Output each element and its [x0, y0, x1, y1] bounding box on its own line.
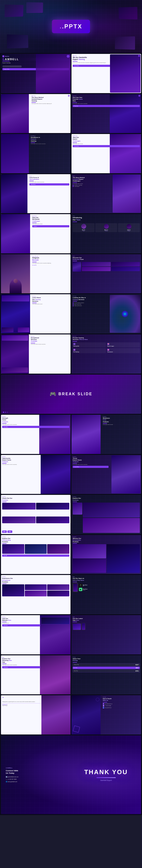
slide-exceptional[interactable]: Services ExceptionalServicesAvailable Lo… [1, 334, 70, 374]
team-card-1: Alex R. Leader [73, 223, 94, 232]
s15-title: ExceptionalServicesAvailable [31, 337, 69, 342]
price-1-label: Starter Plan [74, 664, 79, 665]
break-text: BREAK SLIDE [58, 392, 92, 396]
s18-tag: Analysis [2, 416, 69, 417]
slide-learn[interactable]: Services Learn AboutOur GamingServices L… [1, 294, 70, 334]
price-2-value: $557 [136, 667, 139, 669]
price-2-label: Pro Plan [74, 667, 77, 668]
s4-text: Lorem ipsum dolor sit amet consectetur [73, 103, 140, 104]
s8-text: Lorem ipsum dolor sit amet [73, 183, 109, 184]
s19-text: Lorem ipsum dolor sit amet [103, 424, 140, 425]
slide-threat[interactable]: Analysis ThreatEsport GameAnalysis Lorem… [72, 455, 141, 494]
thankyou-label: GAMBELL [6, 767, 66, 769]
s18-btn[interactable]: View More [2, 426, 69, 428]
s28-tag: Website [2, 616, 40, 618]
slide-corefocus[interactable]: Focus Core Focus &Specialization Lorem i… [1, 174, 70, 213]
s18-title: StrengthGameAnalysis [2, 417, 69, 423]
s5-tag: Excellence [31, 135, 69, 136]
thankyou-phone: 📞 +1 234 567 8900 [6, 778, 66, 780]
team-role-2: Strategist [96, 230, 116, 231]
slide-break[interactable]: 🎮 BREAK SLIDE [1, 375, 141, 414]
s7-btn[interactable]: Read More [29, 183, 69, 185]
s19-title: WeaknessSuiteAnalysis [103, 417, 140, 423]
slide-pricing[interactable]: Pricing Select YourPricing Starter Plan … [72, 655, 141, 694]
s16-title: Premier GamingServices Offered Here [73, 337, 140, 340]
s20-text: Lorem ipsum dolor sit amet consectetur [2, 464, 38, 465]
slide-witness[interactable]: Portfolio Witness OurRemarkablePortfolio [72, 535, 141, 574]
s23-tag: Portfolio [73, 496, 140, 497]
service-3: Pro Training [74, 351, 105, 352]
slide-leading[interactable]: Services Leading the Way inGaming Servic… [72, 294, 141, 334]
s28-btn[interactable]: Visit Now [2, 624, 40, 626]
slide-team-discover[interactable]: Team Discover OurDedicated Team [72, 254, 141, 293]
slide-portfolio-check[interactable]: Portfolio Check Out OurPortfolio 256+ 12… [1, 495, 70, 534]
thankyou-sub: Gambell Esport [84, 779, 128, 781]
slide-story[interactable]: About Us The Story BehindGambell EsportG… [1, 94, 70, 133]
slide-website[interactable]: Website Visit OurWebsite Now www.gambell… [1, 615, 70, 654]
s9-text: Lorem ipsum dolor sit amet [32, 223, 69, 224]
team-card-3: John K. Designer [118, 223, 140, 232]
s25-title: Witness OurRemarkablePortfolio [73, 538, 140, 543]
s22-tag: Portfolio [2, 496, 69, 497]
s26-title: Experience OurExceptionalPortfolio [2, 578, 69, 583]
s24-btn[interactable]: View All [2, 555, 69, 557]
slide-latest-app[interactable]: Apps Get Our LatestApp Here [72, 615, 141, 654]
s13-title: Learn AboutOur GamingServices [32, 297, 69, 302]
team-role-1: Leader [74, 230, 94, 231]
play-store-sub: Android [83, 590, 88, 591]
s4-btn[interactable]: Play Now [73, 105, 140, 107]
slide-challenges[interactable]: Challenges Step intoEsportChallenges Lor… [72, 134, 141, 173]
slide-weakness[interactable]: Analysis WeaknessSuiteAnalysis Lorem ips… [72, 415, 141, 454]
s31-tag: Pricing [73, 656, 140, 658]
slide-premier[interactable]: Services Premier GamingServices Offered … [72, 334, 141, 374]
slide-experience[interactable]: Portfolio Experience OurExceptionalPortf… [1, 575, 70, 614]
s12-tag: Team [73, 255, 140, 257]
app-store-sub: iOS [83, 586, 87, 587]
slide-cover[interactable]: We Are GAMBELL Esport Gaming Explore Mor… [1, 54, 70, 93]
slide-testimonial[interactable]: " Having been a great step for me, we ar… [1, 695, 70, 735]
page-wrapper: ..PPTX We Are GAMBELL Esport Gamin [0, 0, 142, 815]
s30-text: Lorem ipsum dolor sit amet consectetur [2, 664, 40, 665]
stat-2: 128+ [7, 530, 12, 533]
s15-text: Lorem ipsum dolor sit amet consectetur [31, 344, 69, 345]
s13-text: Lorem ipsum dolor sit amet [32, 304, 69, 305]
s10-tag: Team [73, 215, 140, 217]
s16-tag: Services [73, 336, 140, 337]
s6-btn[interactable]: Learn More [73, 145, 140, 147]
slide-story2[interactable]: About The Story BehindGambell EsportChal… [72, 174, 141, 213]
slide-contact[interactable]: Contact Get in TouchWith Us @ gambell@em… [72, 695, 141, 735]
slide-intro[interactable]: About Us We Are GambellisEsport Gaming L… [72, 54, 141, 93]
s4-tag: Services [73, 95, 140, 96]
slide-outstanding[interactable]: Portfolio Explore OurOutstandingPortfoli… [1, 535, 70, 574]
slide-grayson[interactable]: Team Member Grayson Bennett Lorem ipsum … [1, 254, 70, 293]
s21-text: Lorem ipsum dolor sit amet consectetur [73, 464, 109, 465]
slide-strength[interactable]: Analysis StrengthGameAnalysis Lorem ipsu… [1, 415, 70, 454]
s11-tag: Team Member [32, 255, 69, 257]
slide-team-intro[interactable]: Team IntroducingOur Team Alex R. Leader [72, 214, 141, 253]
s33-title: Get in TouchWith Us [103, 698, 140, 701]
slide-excellence[interactable]: Excellence Excellence inEsportsGaming Lo… [1, 134, 70, 173]
s5-title: Excellence inEsportsGaming [31, 137, 69, 142]
s3-text: Lorem ipsum dolor sit amet consectetur a… [31, 103, 69, 104]
team-role-3: Designer [119, 230, 139, 231]
slide-worldwide[interactable]: Worldwide Step intoWorldwideChallenges L… [1, 214, 70, 253]
s9-btn[interactable]: Explore [32, 225, 69, 227]
thankyou-web: 🌐 www.gambell.com [6, 781, 66, 782]
s29-title: Get Our LatestApp Here [73, 618, 140, 621]
slide-thankyou[interactable]: GAMBELL Connect WithUs Today 📧 gambell@e… [1, 736, 141, 814]
slide-stunning-app[interactable]: Apps Explore OurStunning NewApp Lorem ip… [1, 655, 70, 694]
s30-btn[interactable]: Download [2, 666, 40, 668]
s21-btn[interactable]: Learn More [73, 466, 109, 468]
slide-favorite[interactable]: Services Dive Into YourFavorite GameNow … [72, 94, 141, 133]
s11-title: Grayson [32, 257, 69, 259]
s33-tag: Contact [103, 696, 140, 698]
slide-opportunity[interactable]: Analysis OpportunityEsport GameAnalysis … [1, 455, 70, 494]
contact-web: www.gambell.com [105, 707, 111, 708]
stat-1: 256+ [2, 530, 7, 533]
s11-text: Lorem ipsum dolor sit amet consectetur a… [32, 263, 69, 264]
s8-tag: About [73, 175, 109, 177]
slide-apps[interactable]: Apps Get Our Apps oniOS & Play Store 📱 A… [72, 575, 141, 614]
s8-title: The Story BehindGambell EsportChallenges [73, 177, 109, 182]
testimonial-role: Esport Player [2, 705, 41, 706]
slide-portfolio-explore[interactable]: Portfolio Explore OurPortfolio [72, 495, 141, 534]
